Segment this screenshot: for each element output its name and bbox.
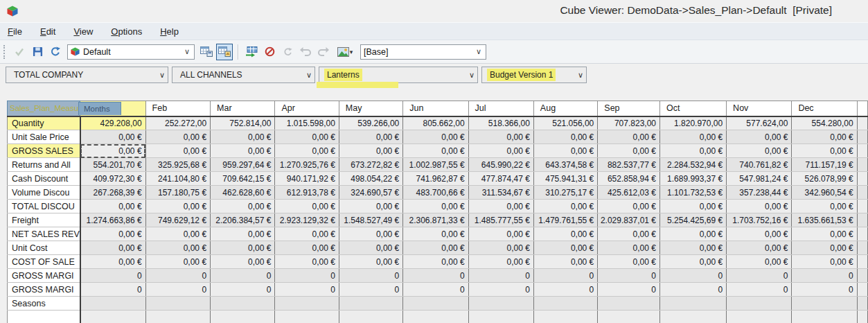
grid-cell[interactable]: 1.274.663,86 € bbox=[80, 213, 145, 227]
grid-cell[interactable]: 940.171,92 € bbox=[275, 172, 339, 186]
set-selector[interactable]: [Base] ∨ bbox=[360, 44, 486, 60]
grid-cell[interactable]: 0,00 € bbox=[403, 227, 468, 241]
row-header-total-discou[interactable]: TOTAL DISCOU bbox=[8, 200, 80, 213]
row-header-unit-sale-price[interactable]: Unit Sale Price bbox=[8, 130, 80, 144]
grid-cell[interactable]: 252.272,00 bbox=[145, 116, 211, 130]
grid-cell[interactable]: 0,00 € bbox=[80, 227, 145, 241]
row-header-unit-cost[interactable]: Unit Cost bbox=[8, 241, 80, 255]
grid-cell[interactable] bbox=[792, 297, 857, 311]
grid-cell[interactable]: 554.201,70 € bbox=[80, 158, 145, 172]
grid-cell[interactable]: 0,00 € bbox=[659, 200, 726, 213]
grid-cell[interactable]: 0 bbox=[727, 269, 792, 283]
grid-cell[interactable]: 498.054,22 € bbox=[339, 172, 402, 186]
grid-cell[interactable]: 5.254.425,69 € bbox=[659, 213, 726, 227]
grid-cell[interactable]: 0,00 € bbox=[80, 130, 145, 144]
grid-cell[interactable]: 0,00 € bbox=[727, 200, 792, 213]
grid-cell[interactable]: 752.814,00 bbox=[211, 116, 275, 130]
grid-cell[interactable]: 0,00 € bbox=[598, 227, 660, 241]
grid-cell[interactable]: 0 bbox=[145, 269, 211, 283]
grid-cell[interactable]: 0,00 € bbox=[145, 241, 211, 255]
grid-cell[interactable]: 477.874,47 € bbox=[468, 172, 533, 186]
grid-cell[interactable]: 0,00 € bbox=[598, 130, 660, 144]
grid-cell[interactable]: 0,00 € bbox=[468, 241, 533, 255]
grid-cell[interactable]: 526.078,99 € bbox=[792, 172, 857, 186]
grid-cell[interactable]: 0,00 € bbox=[403, 241, 468, 255]
grid-cell[interactable]: 539.266,00 bbox=[339, 116, 402, 130]
grid-cell[interactable]: 0,00 € bbox=[339, 144, 402, 158]
column-header-apr[interactable]: Apr bbox=[275, 101, 339, 116]
grid-cell[interactable] bbox=[145, 297, 211, 311]
menu-view[interactable]: View bbox=[73, 26, 93, 37]
grid-cell[interactable]: 959.297,64 € bbox=[211, 158, 275, 172]
grid-cell[interactable]: 0 bbox=[468, 283, 533, 297]
grid-cell[interactable]: 0 bbox=[533, 269, 597, 283]
grid-cell[interactable] bbox=[727, 297, 792, 311]
grid-cell[interactable]: 425.612,03 € bbox=[598, 186, 660, 200]
grid-cell[interactable]: 0 bbox=[598, 283, 660, 297]
grid-cell[interactable]: 2.284.532,94 € bbox=[659, 158, 726, 172]
grid-cell[interactable]: 0,00 € bbox=[80, 241, 145, 255]
row-header-net-sales-rev[interactable]: NET SALES REV bbox=[8, 227, 80, 241]
grid-cell[interactable] bbox=[533, 297, 597, 311]
grid-cell[interactable]: 0,00 € bbox=[145, 130, 211, 144]
grid-cell[interactable]: 0,00 € bbox=[275, 144, 339, 158]
grid-cell[interactable]: 0,00 € bbox=[468, 255, 533, 269]
grid-cell[interactable]: 0,00 € bbox=[659, 144, 726, 158]
grid-cell[interactable]: 0,00 € bbox=[403, 255, 468, 269]
grid-cell[interactable]: 0,00 € bbox=[598, 255, 660, 269]
grid-cell[interactable]: 740.761,82 € bbox=[727, 158, 792, 172]
grid-cell[interactable]: 0,00 € bbox=[339, 130, 402, 144]
grid-cell[interactable]: 0,00 € bbox=[211, 200, 275, 213]
column-header-aug[interactable]: Aug bbox=[533, 101, 597, 116]
grid-cell[interactable]: 0,00 € bbox=[145, 200, 211, 213]
grid-cell[interactable] bbox=[339, 297, 402, 311]
toolbar-grip[interactable] bbox=[3, 45, 6, 59]
dimension-select-lanterns[interactable]: Lanterns∨ bbox=[319, 67, 478, 83]
grid-cell[interactable]: 1.101.732,53 € bbox=[659, 186, 726, 200]
grid-cell[interactable]: 0,00 € bbox=[275, 130, 339, 144]
grid-cell[interactable] bbox=[659, 297, 726, 311]
grid-cell[interactable]: 0,00 € bbox=[468, 200, 533, 213]
grid-cell[interactable] bbox=[80, 297, 145, 311]
grid-cell[interactable] bbox=[403, 297, 468, 311]
grid-cell[interactable]: 0,00 € bbox=[659, 130, 726, 144]
grid-cell[interactable]: 0 bbox=[403, 269, 468, 283]
grid-cell[interactable]: 673.272,82 € bbox=[339, 158, 402, 172]
grid-cell[interactable]: 1.635.661,53 € bbox=[792, 213, 857, 227]
grid-cell[interactable]: 0,00 € bbox=[80, 255, 145, 269]
column-header-feb[interactable]: Feb bbox=[145, 101, 211, 116]
grid-cell[interactable]: 0,00 € bbox=[659, 227, 726, 241]
grid-cell[interactable]: 612.913,78 € bbox=[275, 186, 339, 200]
grid-cell[interactable]: 0,00 € bbox=[659, 241, 726, 255]
row-header-volume-discou[interactable]: Volume Discou bbox=[8, 186, 80, 200]
grid-cell[interactable]: 518.366,00 bbox=[468, 116, 533, 130]
row-header-gross-margi[interactable]: GROSS MARGI bbox=[8, 269, 80, 283]
grid-cell[interactable]: 0,00 € bbox=[80, 200, 145, 213]
grid-cell[interactable]: 882.537,77 € bbox=[598, 158, 660, 172]
grid-cell[interactable]: 1.485.777,55 € bbox=[468, 213, 533, 227]
grid-cell[interactable]: 342.960,54 € bbox=[792, 186, 857, 200]
grid-cell[interactable]: 0,00 € bbox=[211, 144, 275, 158]
grid-cell[interactable]: 0 bbox=[403, 283, 468, 297]
grid-cell[interactable]: 0,00 € bbox=[792, 255, 857, 269]
grid-cell[interactable]: 0,00 € bbox=[598, 144, 660, 158]
grid-cell[interactable]: 409.972,30 € bbox=[80, 172, 145, 186]
grid-cell[interactable]: 1.479.761,55 € bbox=[533, 213, 597, 227]
grid-cell[interactable]: 311.534,67 € bbox=[468, 186, 533, 200]
grid-cell[interactable]: 0,00 € bbox=[659, 255, 726, 269]
grid-cell[interactable]: 0,00 € bbox=[275, 200, 339, 213]
row-header-gross-margi[interactable]: GROSS MARGI bbox=[8, 283, 80, 297]
dimension-tab-months[interactable]: Months bbox=[78, 102, 121, 115]
dimension-select-budget-version-1[interactable]: Budget Version 1∨ bbox=[481, 67, 587, 83]
grid-cell[interactable]: 0,00 € bbox=[275, 227, 339, 241]
grid-cell[interactable]: 805.662,00 bbox=[403, 116, 468, 130]
grid-cell[interactable] bbox=[275, 297, 339, 311]
grid-cell[interactable]: 1.820.970,00 bbox=[659, 116, 726, 130]
row-header-quantity[interactable]: Quantity bbox=[8, 116, 80, 130]
grid-cell[interactable]: 0 bbox=[533, 283, 597, 297]
grid-cell[interactable]: 521.056,00 bbox=[533, 116, 597, 130]
grid-cell[interactable]: 709.642,15 € bbox=[211, 172, 275, 186]
grid-cell[interactable]: 0,00 € bbox=[275, 241, 339, 255]
grid-cell[interactable]: 0 bbox=[211, 283, 275, 297]
column-header-dec[interactable]: Dec bbox=[792, 101, 857, 116]
